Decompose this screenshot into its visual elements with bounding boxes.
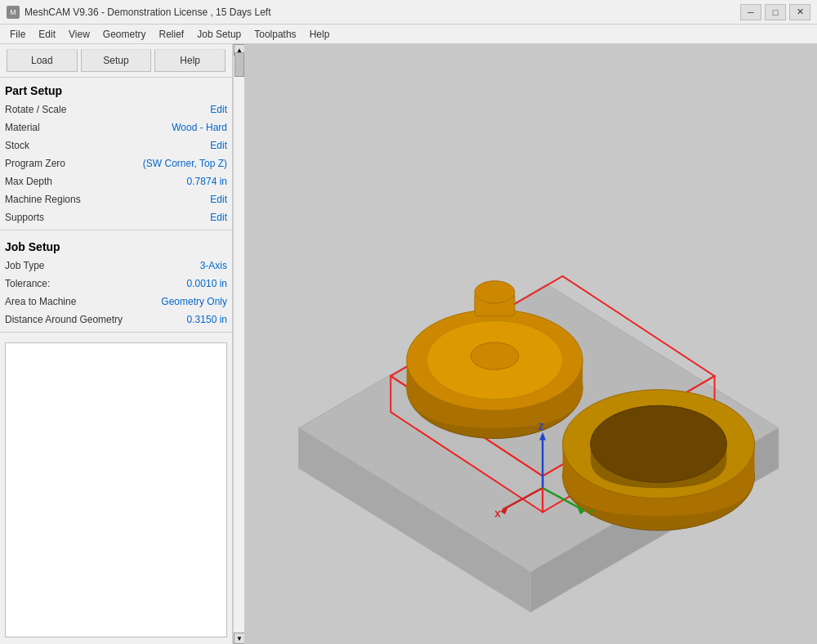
program-zero-row: Program Zero (SW Corner, Top Z) [0, 154, 232, 172]
scrollbar[interactable]: ▲ ▼ [233, 44, 244, 644]
scroll-down-arrow[interactable]: ▼ [234, 633, 245, 644]
svg-point-13 [475, 281, 515, 303]
scroll-thumb[interactable] [234, 52, 244, 77]
menu-item-file[interactable]: File [3, 25, 32, 43]
machine-regions-row: Machine Regions Edit [0, 190, 232, 208]
material-row: Material Wood - Hard [0, 119, 232, 136]
menu-item-relief[interactable]: Relief [153, 25, 191, 43]
max-depth-label: Max Depth [5, 176, 52, 187]
machine-regions-label: Machine Regions [5, 194, 81, 205]
area-to-machine-label: Area to Machine [5, 296, 76, 307]
part-setup-header: Part Setup [0, 78, 232, 101]
title-bar-left: M MeshCAM V9.36 - Demonstration License … [7, 6, 270, 19]
rotate-scale-value[interactable]: Edit [210, 104, 227, 115]
svg-point-17 [591, 405, 726, 482]
distance-around-value[interactable]: 0.3150 in [187, 314, 227, 325]
menu-item-geometry[interactable]: Geometry [96, 25, 153, 43]
title-bar: M MeshCAM V9.36 - Demonstration License … [0, 0, 817, 25]
supports-label: Supports [5, 212, 44, 223]
app-icon: M [7, 6, 20, 19]
3d-viewport[interactable]: Z Y X [244, 44, 817, 644]
preview-box [5, 342, 227, 637]
svg-text:Z: Z [538, 422, 544, 432]
tolerance-row: Tolerance: 0.0010 in [0, 275, 232, 293]
job-type-row: Job Type 3-Axis [0, 257, 232, 275]
window-controls: ─ □ ✕ [740, 4, 810, 20]
svg-point-11 [471, 342, 519, 369]
tolerance-value[interactable]: 0.0010 in [187, 278, 227, 289]
menu-item-toolpaths[interactable]: Toolpaths [248, 25, 302, 43]
tolerance-label: Tolerance: [5, 278, 50, 289]
menu-item-help[interactable]: Help [303, 25, 337, 43]
rotate-scale-label: Rotate / Scale [5, 104, 66, 115]
supports-row: Supports Edit [0, 208, 232, 226]
distance-around-label: Distance Around Geometry [5, 314, 123, 325]
maximize-button[interactable]: □ [765, 4, 786, 20]
menu-item-edit[interactable]: Edit [32, 25, 62, 43]
distance-around-row: Distance Around Geometry 0.3150 in [0, 311, 232, 329]
stock-value[interactable]: Edit [210, 140, 227, 151]
rotate-scale-row: Rotate / Scale Edit [0, 101, 232, 119]
menu-bar: FileEditViewGeometryReliefJob SetupToolp… [0, 25, 817, 44]
close-button[interactable]: ✕ [789, 4, 810, 20]
help-button[interactable]: Help [154, 49, 225, 72]
divider-1 [0, 230, 232, 230]
stock-label: Stock [5, 140, 29, 151]
max-depth-row: Max Depth 0.7874 in [0, 172, 232, 190]
setup-button[interactable]: Setup [81, 49, 152, 72]
main-content: Load Setup Help Part Setup Rotate / Scal… [0, 44, 817, 644]
divider-2 [0, 332, 232, 333]
area-to-machine-row: Area to Machine Geometry Only [0, 293, 232, 311]
scene-svg: Z Y X [244, 44, 817, 644]
job-type-value[interactable]: 3-Axis [200, 260, 227, 271]
area-to-machine-value[interactable]: Geometry Only [161, 296, 227, 307]
stock-row: Stock Edit [0, 136, 232, 154]
max-depth-value[interactable]: 0.7874 in [187, 176, 227, 187]
window-title: MeshCAM V9.36 - Demonstration License , … [25, 7, 270, 18]
load-button[interactable]: Load [7, 49, 78, 72]
menu-item-job-setup[interactable]: Job Setup [190, 25, 248, 43]
material-value[interactable]: Wood - Hard [172, 122, 227, 133]
toolbar: Load Setup Help [0, 44, 232, 78]
minimize-button[interactable]: ─ [740, 4, 761, 20]
left-panel: Load Setup Help Part Setup Rotate / Scal… [0, 44, 233, 644]
program-zero-label: Program Zero [5, 158, 65, 169]
svg-text:Y: Y [588, 508, 594, 517]
program-zero-value[interactable]: (SW Corner, Top Z) [143, 158, 227, 169]
job-setup-header: Job Setup [0, 234, 232, 257]
material-label: Material [5, 122, 40, 133]
job-type-label: Job Type [5, 260, 44, 271]
menu-item-view[interactable]: View [62, 25, 96, 43]
machine-regions-value[interactable]: Edit [210, 194, 227, 205]
svg-text:X: X [494, 509, 501, 519]
supports-value[interactable]: Edit [210, 212, 227, 223]
